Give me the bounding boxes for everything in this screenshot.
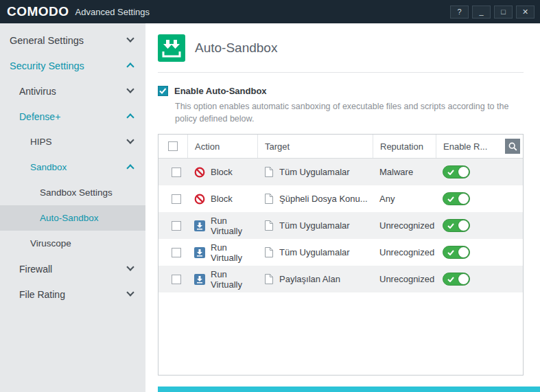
toggle-knob [458, 274, 469, 284]
chevron-icon [126, 62, 134, 70]
target-label: Paylaşılan Alan [279, 274, 340, 284]
chevron-icon [126, 136, 134, 143]
sidebar-item-label: Viruscope [30, 238, 71, 249]
close-button[interactable]: ✕ [516, 5, 535, 19]
column-header-reputation: Reputation [373, 135, 436, 158]
row-checkbox[interactable] [172, 248, 181, 257]
action-label: Run Virtually [211, 216, 257, 236]
reputation-label: Unrecognized [379, 220, 434, 231]
titlebar: COMODO Advanced Settings ? _ □ ✕ [0, 0, 540, 23]
table-body: Block Tüm Uygulamalar Malware [159, 159, 523, 292]
action-label: Block [211, 167, 233, 177]
table-row[interactable]: Block Tüm Uygulamalar Malware [159, 159, 523, 185]
table-header: Action Target Reputation Enable R... [159, 135, 523, 159]
sidebar-item-label: Antivirus [19, 86, 56, 97]
table-row[interactable]: Block Şüpheli Dosya Konu... Any [159, 185, 523, 212]
table-row[interactable]: Run Virtually Paylaşılan Alan Unrecogniz… [159, 266, 523, 292]
chevron-icon [126, 263, 134, 270]
sidebar-item-label: Sandbox [30, 162, 67, 172]
enable-auto-sandbox-checkbox[interactable] [158, 86, 168, 96]
column-header-enable: Enable R... [436, 135, 523, 158]
chevron-icon [126, 164, 134, 172]
sidebar-item-defense[interactable]: Defense+ [0, 104, 145, 129]
toggle-check-icon [447, 223, 454, 229]
main-layout: General Settings Security Settings Antiv… [0, 23, 540, 392]
toggle-knob [458, 167, 469, 177]
sidebar-item-sandbox-settings[interactable]: Sandbox Settings [0, 180, 145, 205]
toggle-check-icon [447, 170, 454, 175]
sidebar-item-firewall[interactable]: Firewall [0, 256, 145, 281]
window-controls: ? _ □ ✕ [450, 5, 535, 19]
chevron-icon [126, 288, 134, 296]
run-virtually-icon [194, 247, 205, 258]
file-icon [264, 166, 274, 178]
auto-sandbox-icon [158, 34, 185, 62]
minimize-button[interactable]: _ [472, 5, 491, 19]
reputation-label: Any [379, 194, 395, 204]
magnifier-icon [508, 141, 518, 152]
chevron-icon [126, 113, 134, 121]
comodo-logo: COMODO [7, 4, 69, 19]
sidebar: General Settings Security Settings Antiv… [0, 23, 145, 392]
action-label: Block [211, 194, 233, 204]
column-header-target: Target [257, 135, 373, 158]
page-title: Auto-Sandbox [195, 41, 277, 56]
maximize-button[interactable]: □ [494, 5, 513, 19]
enable-rule-toggle[interactable] [443, 165, 470, 178]
file-icon [264, 220, 274, 231]
sidebar-item-label: Sandbox Settings [40, 187, 113, 198]
sidebar-item-label: Firewall [19, 264, 52, 275]
row-checkbox[interactable] [172, 275, 181, 284]
toggle-knob [458, 194, 469, 204]
select-all-checkbox[interactable] [168, 141, 178, 151]
row-checkbox[interactable] [172, 221, 181, 231]
reputation-label: Unrecognized [379, 247, 434, 257]
sidebar-item-hips[interactable]: HIPS [0, 129, 145, 154]
rules-table: Action Target Reputation Enable R... [158, 134, 524, 376]
column-header-enable-label: Enable R... [443, 141, 487, 152]
enable-rule-toggle[interactable] [443, 219, 470, 232]
column-header-action: Action [187, 135, 257, 158]
header-checkbox-cell [159, 135, 187, 158]
row-checkbox[interactable] [172, 194, 181, 204]
sidebar-item-antivirus[interactable]: Antivirus [0, 78, 145, 104]
content-panel: Auto-Sandbox Enable Auto-Sandbox This op… [145, 23, 540, 392]
target-label: Şüpheli Dosya Konu... [279, 194, 368, 204]
sidebar-item-file-rating[interactable]: File Rating [0, 281, 145, 307]
sidebar-item-label: HIPS [30, 137, 52, 147]
enable-rule-toggle[interactable] [443, 246, 470, 259]
sidebar-item-sandbox[interactable]: Sandbox [0, 154, 145, 180]
toggle-knob [458, 247, 469, 257]
enable-rule-toggle[interactable] [443, 192, 470, 205]
sidebar-item-viruscope[interactable]: Viruscope [0, 231, 145, 256]
table-row[interactable]: Run Virtually Tüm Uygulamalar Unrecogniz… [159, 212, 523, 239]
toggle-check-icon [447, 250, 454, 255]
enable-rule-toggle[interactable] [443, 273, 470, 286]
sidebar-item-security-settings[interactable]: Security Settings [0, 53, 145, 78]
block-icon [194, 194, 205, 205]
toggle-check-icon [447, 277, 454, 282]
chevron-icon [126, 34, 134, 42]
description-text: This option enables automatic sanboxing … [175, 100, 521, 125]
help-button[interactable]: ? [450, 5, 469, 19]
run-virtually-icon [194, 220, 205, 231]
target-label: Tüm Uygulamalar [279, 167, 350, 177]
search-button[interactable] [505, 139, 520, 154]
row-checkbox[interactable] [172, 168, 181, 177]
window-title: Advanced Settings [75, 7, 150, 17]
page-header: Auto-Sandbox [158, 34, 524, 62]
sidebar-item-label: General Settings [10, 35, 84, 46]
sidebar-item-general-settings[interactable]: General Settings [0, 27, 145, 53]
file-icon [264, 273, 274, 285]
block-icon [194, 167, 205, 178]
toggle-check-icon [447, 196, 454, 202]
header-divider [158, 72, 524, 73]
file-icon [264, 246, 274, 258]
sidebar-item-label: Security Settings [10, 60, 84, 71]
checkmark-icon [159, 88, 167, 94]
table-row[interactable]: Run Virtually Tüm Uygulamalar Unrecogniz… [159, 239, 523, 266]
file-icon [264, 193, 274, 205]
action-label: Run Virtually [211, 269, 257, 290]
enable-auto-sandbox-row: Enable Auto-Sandbox [158, 86, 524, 96]
sidebar-item-auto-sandbox[interactable]: Auto-Sandbox [0, 205, 145, 231]
